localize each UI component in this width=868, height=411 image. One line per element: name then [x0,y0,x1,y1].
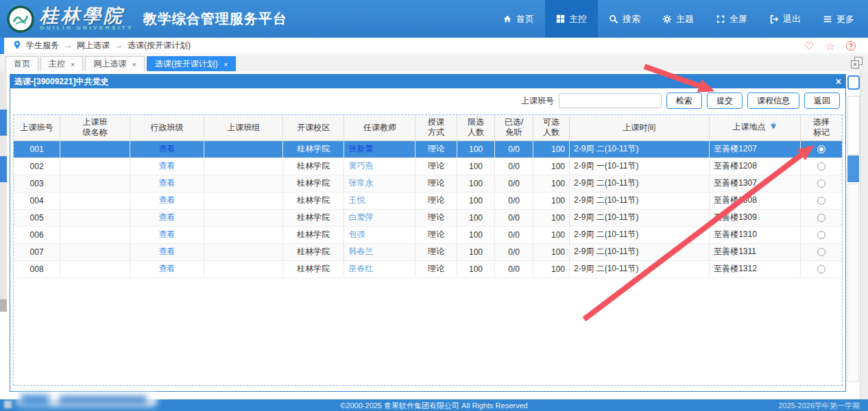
tab-close-icon[interactable]: × [132,60,136,68]
nav-item-logout[interactable]: 退出 [758,0,812,38]
tab-网上选课[interactable]: 网上选课× [85,56,144,71]
tab-bar: 首页主控×网上选课×选课(按开课计划)× × [0,55,868,71]
star-icon[interactable]: ☆ [825,40,835,53]
select-radio[interactable] [817,179,825,188]
nav-item-home[interactable]: 首页 [492,0,545,38]
breadcrumb-item[interactable]: 选课(按开课计划) [128,40,191,50]
right-scrollbar[interactable] [860,71,868,399]
view-link[interactable]: 查看 [158,178,175,188]
cell-class-group [204,158,283,175]
table-row[interactable]: 001 查看 桂林学院 张新蕾 理论 100 0/0 100 2-9周 二(10… [14,140,842,158]
view-link[interactable]: 查看 [158,212,175,222]
table-row[interactable]: 008 查看 桂林学院 巫春红 理论 100 0/0 100 2-9周 二(10… [14,260,842,277]
view-link[interactable]: 查看 [158,247,175,256]
teacher-link[interactable]: 韩春兰 [348,247,373,256]
teacher-link[interactable]: 巫春红 [348,264,373,273]
location-pin-icon [12,40,22,52]
filter-icon[interactable] [769,123,777,134]
breadcrumb-item[interactable]: 学生服务 [26,40,59,50]
cell-class-location: 至善楼1310 [710,226,801,243]
cell-limit-count: 100 [457,192,495,209]
submit-button[interactable]: 提交 [707,92,743,109]
cell-available-count: 100 [533,260,569,277]
background-page-fragment [847,184,859,382]
col-header: 上课班组 [204,115,283,140]
view-link[interactable]: 查看 [158,264,175,273]
left-scrollbar[interactable] [0,71,7,312]
cell-select-mark [801,243,842,260]
teacher-link[interactable]: 王悦 [348,195,365,205]
cell-teacher: 韩春兰 [344,243,415,260]
cell-class-no: 008 [14,260,60,277]
cell-limit-count: 100 [457,243,495,260]
dialog-title-bar: 选课-[39009221]中共党史 × [10,75,845,88]
table-row[interactable]: 003 查看 桂林学院 张常永 理论 100 0/0 100 2-9周 二(10… [14,175,842,192]
toolbar-buttons: 检索提交课程信息返回 [666,92,840,109]
table-row[interactable]: 002 查看 桂林学院 黄巧燕 理论 100 0/0 100 2-9周 一(10… [14,158,842,175]
nav-item-search[interactable]: 搜索 [598,0,651,38]
dialog-content: 上课班号上课班 级名称行政班级上课班组开课校区任课教师授课 方式限选 人数已选/… [13,114,843,386]
table-row[interactable]: 007 查看 桂林学院 韩春兰 理论 100 0/0 100 2-9周 二(10… [14,243,842,260]
teacher-link[interactable]: 张新蕾 [348,144,373,153]
teacher-link[interactable]: 白爱萍 [348,212,373,222]
nav-item-more[interactable]: 更多 [812,0,865,38]
blurred-taskbar-icon [4,401,12,408]
windows-icon [556,14,565,23]
select-radio[interactable] [817,231,825,239]
main-area: 选课-[39009221]中共党史 × 上课班号 检索提交课程信息返回 上课班号… [0,71,868,399]
heart-icon[interactable]: ♡ [804,40,814,53]
view-link[interactable]: 查看 [158,195,175,205]
cell-chosen-count: 0/0 [495,192,533,209]
nav-item-main-control[interactable]: 主控 [545,0,598,38]
teacher-link[interactable]: 黄巧燕 [348,161,373,171]
help-icon[interactable]: ? [846,41,856,51]
table-row[interactable]: 004 查看 桂林学院 王悦 理论 100 0/0 100 2-9周 二(10-… [14,192,842,209]
select-radio[interactable] [817,145,825,153]
table-row[interactable]: 006 查看 桂林学院 包强 理论 100 0/0 100 2-9周 二(10-… [14,226,842,243]
platform-title: 教学综合管理服务平台 [143,10,287,28]
view-link[interactable]: 查看 [158,144,175,153]
col-header: 上课时间 [570,115,710,140]
cell-select-mark [801,192,842,209]
cell-class-name [60,140,130,158]
breadcrumb-item[interactable]: 网上选课 [77,40,110,50]
select-radio[interactable] [817,197,825,205]
cell-campus: 桂林学院 [283,260,344,277]
search-button[interactable]: 检索 [666,92,702,109]
teacher-link[interactable]: 张常永 [348,178,373,188]
tab-close-icon[interactable]: × [71,60,75,68]
nav-item-theme[interactable]: 主题 [651,0,705,38]
cell-select-mark [801,158,842,175]
close-all-tabs-icon[interactable]: × [851,57,863,68]
cell-admin-class: 查看 [130,140,204,158]
return-button[interactable]: 返回 [804,92,840,109]
tab-首页[interactable]: 首页 [5,56,38,71]
cell-select-mark [801,260,842,277]
cell-campus: 桂林学院 [283,192,344,209]
select-radio[interactable] [817,162,825,171]
nav-item-fullscreen[interactable]: 全屏 [705,0,758,38]
tab-主控[interactable]: 主控× [40,56,83,71]
course-info-button[interactable]: 课程信息 [747,92,799,109]
table-row[interactable]: 005 查看 桂林学院 白爱萍 理论 100 0/0 100 2-9周 二(10… [14,209,842,226]
select-radio[interactable] [817,214,825,222]
cell-teaching-mode: 理论 [415,158,457,175]
cell-available-count: 100 [533,192,569,209]
tab-选课(按开课计划)[interactable]: 选课(按开课计划)× [147,56,236,71]
left-scrollbar-thumb[interactable] [0,110,7,136]
select-radio[interactable] [817,248,825,256]
university-name-zh: 桂林學院 [40,7,134,25]
cell-teacher: 白爱萍 [344,209,415,226]
view-link[interactable]: 查看 [158,161,175,171]
cell-class-name [60,260,130,277]
left-scrollbar-thumb[interactable] [0,156,7,182]
select-radio[interactable] [817,265,825,273]
top-nav: 首页主控搜索主题全屏退出更多 [492,0,865,38]
class-no-input[interactable] [559,93,662,108]
cell-class-no: 005 [14,209,60,226]
teacher-link[interactable]: 包强 [348,229,365,239]
view-link[interactable]: 查看 [158,229,175,239]
dialog-close-icon[interactable]: × [836,77,841,86]
cell-class-location: 至善楼1311 [710,243,801,260]
tab-close-icon[interactable]: × [224,60,228,68]
